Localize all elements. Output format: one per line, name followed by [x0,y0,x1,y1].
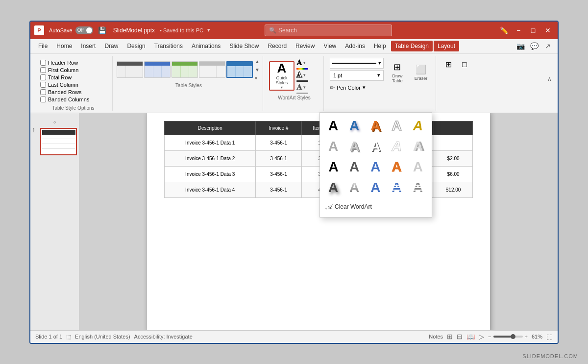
fit-slide-btn[interactable]: ⬚ [546,333,553,340]
wordart-item-14[interactable]: A [388,158,406,176]
wordart-item-8[interactable]: A [366,137,385,156]
pen-weight-dropdown[interactable]: ▾ [377,72,380,78]
wordart-effects-dropdown[interactable]: ▾ [303,85,306,90]
wordart-item-3[interactable]: A [366,117,385,135]
menu-file[interactable]: File [34,41,51,51]
menu-transitions[interactable]: Transitions [150,41,187,51]
wordart-item-10[interactable]: A [409,137,427,156]
styles-scroll-up[interactable]: ▲ [254,58,261,65]
wordart-item-1[interactable]: A [324,117,343,135]
menu-tabledesign[interactable]: Table Design [391,41,433,51]
menu-insert[interactable]: Insert [77,41,99,51]
normal-view-icon[interactable]: ⊞ [447,333,453,340]
wordart-A-btn[interactable]: 𝐀 [296,58,302,67]
banded-rows-option[interactable]: Banded Rows [40,89,106,95]
menu-review[interactable]: Review [292,41,318,51]
wordart-item-20[interactable]: A [409,178,427,197]
wordart-item-18[interactable]: A [366,178,385,197]
zoom-out-btn[interactable]: − [488,334,491,340]
ribbon-collapse-btn[interactable]: ∧ [547,75,552,82]
slide-sorter-icon[interactable]: ⊟ [457,333,463,340]
banded-columns-checkbox[interactable] [40,97,46,102]
wordart-item-12[interactable]: A [345,158,364,176]
banded-rows-checkbox[interactable] [40,89,46,95]
table-style-5[interactable] [226,61,253,78]
border-outside-btn[interactable]: □ [458,58,471,72]
pen-line-dropdown[interactable]: ▾ [378,60,381,66]
wordart-outline-btn[interactable]: 𝐀 [296,71,302,79]
wordart-item-4[interactable]: A [388,117,406,135]
wordart-item-16[interactable]: A [324,178,343,197]
menu-slideshow[interactable]: Slide Show [225,41,263,51]
table-style-3[interactable] [172,61,198,78]
menu-design[interactable]: Design [123,41,149,51]
wordart-item-5[interactable]: A [409,117,427,135]
wordart-item-9[interactable]: A [388,137,406,156]
minimize-button[interactable]: − [513,24,524,36]
share-icon[interactable]: ↗ [542,40,554,52]
wordart-text-fill-dropdown[interactable]: ▾ [303,60,306,65]
header-row-option[interactable]: Header Row [40,60,106,66]
banded-columns-option[interactable]: Banded Columns [40,97,106,102]
slide-fit-icon[interactable]: ⬚ [66,334,71,340]
wordart-item-13[interactable]: A [366,158,385,176]
wordart-item-17[interactable]: A [345,178,364,197]
zoom-slider[interactable] [493,336,523,338]
wordart-effects-btn[interactable]: 𝐀 [296,83,302,92]
wordart-outline-dropdown[interactable]: ▾ [303,73,306,77]
menu-home[interactable]: Home [52,41,76,51]
wordart-item-6[interactable]: A [324,137,343,156]
pen-color-dropdown[interactable]: ▾ [363,84,366,91]
styles-expand[interactable]: ▾ [254,74,261,82]
notes-button[interactable]: Notes [429,334,443,340]
first-column-checkbox[interactable] [40,67,46,73]
clear-wordart-btn[interactable]: 𝒜 Clear WordArt [324,201,428,213]
pen-line-style[interactable]: ▾ [330,58,384,69]
reading-view-icon[interactable]: 📖 [466,333,475,340]
camera-icon[interactable]: 📷 [514,40,526,52]
last-column-option[interactable]: Last Column [40,82,106,88]
menu-view[interactable]: View [319,41,340,51]
table-style-2[interactable] [144,61,171,78]
wordart-item-15[interactable]: A [409,158,427,176]
pen-weight-selector[interactable]: 1 pt ▾ [330,70,384,81]
menu-addins[interactable]: Add-ins [341,41,369,51]
comment-icon[interactable]: 💬 [528,40,540,52]
table-style-1[interactable] [117,61,143,78]
saved-dropdown-icon[interactable]: ▾ [207,27,210,33]
last-column-checkbox[interactable] [40,82,46,88]
styles-scroll-down[interactable]: ▼ [254,66,261,73]
menu-record[interactable]: Record [264,41,291,51]
search-input[interactable] [278,27,388,34]
slide-canvas[interactable]: Description Invoice # Item # Qty Invoice… [147,113,490,330]
table-style-4[interactable] [199,61,225,78]
save-icon[interactable]: 💾 [98,26,106,34]
draw-table-button[interactable]: ⊞ Draw Table [387,58,408,87]
menu-animations[interactable]: Animations [188,41,224,51]
slide-options-btn[interactable]: ⬦ [32,117,77,126]
eraser-button[interactable]: ⬜ Eraser [410,58,432,87]
menu-layout[interactable]: Layout [434,41,459,51]
search-box[interactable]: 🔍 [265,24,392,36]
pen-icon[interactable]: ✏️ [498,24,510,36]
first-column-option[interactable]: First Column [40,67,106,73]
wordart-item-11[interactable]: A [324,158,343,176]
total-row-option[interactable]: Total Row [40,74,106,80]
menu-help[interactable]: Help [370,41,390,51]
maximize-button[interactable]: □ [527,24,539,36]
autosave-toggle[interactable]: Off [75,26,93,34]
total-row-checkbox[interactable] [40,74,46,80]
slide-1-thumbnail[interactable] [40,128,77,155]
quick-styles-button[interactable]: A Quick Styles ▾ [269,61,294,91]
close-button[interactable]: ✕ [542,24,554,36]
pen-color-btn[interactable]: ✏ Pen Color ▾ [330,82,384,93]
wordart-item-2[interactable]: A [345,117,364,135]
zoom-in-btn[interactable]: + [525,334,528,340]
border-all-btn[interactable]: ⊞ [442,58,456,72]
slideshow-icon[interactable]: ▷ [479,333,484,340]
header-row-checkbox[interactable] [40,60,46,66]
wordart-item-7[interactable]: A [345,137,364,156]
accessibility-info[interactable]: Accessibility: Investigate [134,334,193,340]
menu-draw[interactable]: Draw [100,41,122,51]
wordart-item-19[interactable]: A [388,178,406,197]
